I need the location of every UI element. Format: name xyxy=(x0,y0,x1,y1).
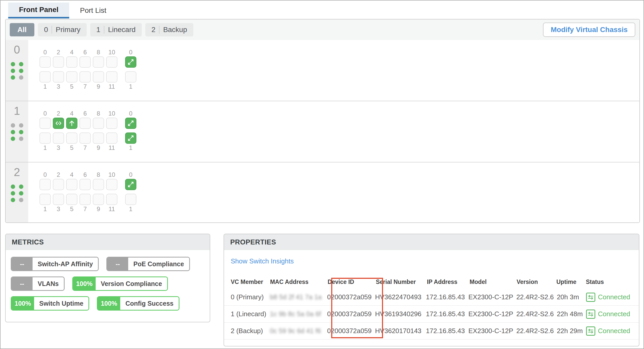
metrics-card: METRICS --Switch-AP Affinity--PoE Compli… xyxy=(5,234,210,322)
port-column: 45 xyxy=(66,171,77,223)
port-2-10[interactable] xyxy=(106,179,117,190)
port-1-1[interactable] xyxy=(39,132,51,144)
filter-2-backup[interactable]: 2Backup xyxy=(145,23,193,36)
port-1-11[interactable] xyxy=(106,132,117,144)
port-0-6[interactable] xyxy=(79,56,91,68)
port-2-11[interactable] xyxy=(106,194,117,205)
member-number: 1 xyxy=(14,105,20,117)
led-grid xyxy=(11,184,23,202)
uplink-port-0-0[interactable] xyxy=(125,56,136,68)
port-2-2[interactable] xyxy=(53,179,64,190)
port-number: 4 xyxy=(70,49,73,56)
uplink-column: 01 xyxy=(125,49,136,101)
uplink-icon xyxy=(127,181,135,188)
port-number: 1 xyxy=(43,83,47,90)
port-0-7[interactable] xyxy=(79,71,91,83)
port-number: 6 xyxy=(83,171,87,178)
port-1-10[interactable] xyxy=(106,118,117,129)
port-1-9[interactable] xyxy=(93,132,104,144)
port-0-10[interactable] xyxy=(106,56,117,68)
port-0-5[interactable] xyxy=(66,71,77,83)
port-2-4[interactable] xyxy=(66,179,77,190)
port-0-9[interactable] xyxy=(93,71,104,83)
port-1-6[interactable] xyxy=(79,118,91,129)
port-0-3[interactable] xyxy=(53,71,64,83)
port-number: 8 xyxy=(97,171,100,178)
port-0-1[interactable] xyxy=(39,71,51,83)
column-header-status: Status xyxy=(586,279,639,285)
port-0-2[interactable] xyxy=(53,56,64,68)
port-2-7[interactable] xyxy=(79,194,91,205)
uplink-port-1-0[interactable] xyxy=(125,118,136,129)
show-switch-insights-link[interactable]: Show Switch Insights xyxy=(231,257,294,265)
filter-divider xyxy=(104,26,104,34)
port-2-5[interactable] xyxy=(66,194,77,205)
filter-number: 0 xyxy=(44,26,48,34)
port-1-0[interactable] xyxy=(39,118,51,129)
status-led-green xyxy=(11,184,15,189)
port-number: 5 xyxy=(70,206,73,213)
filter-divider xyxy=(159,26,159,34)
port-column: 89 xyxy=(93,49,104,101)
port-number: 0 xyxy=(43,110,47,117)
port-1-7[interactable] xyxy=(79,132,91,144)
port-1-3[interactable] xyxy=(53,132,64,144)
cell-serial-number: HV3622470493 xyxy=(375,293,426,301)
port-number: 0 xyxy=(129,49,132,56)
modify-virtual-chassis-button[interactable]: Modify Virtual Chassis xyxy=(543,23,635,37)
uplink-port-0-1[interactable] xyxy=(125,71,136,83)
port-2-9[interactable] xyxy=(93,194,104,205)
metrics-body: --Switch-AP Affinity--PoE Compliance--VL… xyxy=(6,250,210,311)
port-2-1[interactable] xyxy=(39,194,51,205)
port-number: 3 xyxy=(57,144,60,151)
filter-all[interactable]: All xyxy=(10,23,34,36)
port-2-8[interactable] xyxy=(93,179,104,190)
port-0-11[interactable] xyxy=(106,71,117,83)
port-number: 1 xyxy=(43,144,47,151)
metric-switch-ap-affinity: --Switch-AP Affinity xyxy=(11,257,99,271)
port-1-4[interactable] xyxy=(66,118,77,129)
port-2-6[interactable] xyxy=(79,179,91,190)
port-1-2[interactable] xyxy=(53,118,64,129)
filter-1-linecard[interactable]: 1Linecard xyxy=(90,23,142,36)
port-1-8[interactable] xyxy=(93,118,104,129)
virtual-chassis-screen: Front PanelPort List All0Primary1Linecar… xyxy=(0,0,644,349)
port-number: 0 xyxy=(43,171,47,178)
cell-ip-address: 172.16.85.43 xyxy=(426,293,468,301)
port-number: 2 xyxy=(57,49,60,56)
column-header-device-id: Device ID xyxy=(328,279,376,285)
port-1-5[interactable] xyxy=(66,132,77,144)
filter-label: Linecard xyxy=(108,26,135,34)
status-led-green xyxy=(11,69,15,73)
port-2-3[interactable] xyxy=(53,194,64,205)
column-header-model: Model xyxy=(470,279,517,285)
cell-serial-number: HV3620170143 xyxy=(375,327,426,335)
uplink-port-2-1[interactable] xyxy=(125,194,136,205)
led-grid xyxy=(11,62,23,80)
uplink-port-1-1[interactable] xyxy=(125,132,136,144)
cell-ip-address: 172.16.85.43 xyxy=(426,310,468,318)
cell-status: Connected xyxy=(586,310,639,319)
port-0-0[interactable] xyxy=(39,56,51,68)
status-led-gray xyxy=(19,75,23,80)
tab-port-list[interactable]: Port List xyxy=(69,3,117,18)
cell-device-id: 02000372a059 xyxy=(327,293,375,301)
port-number: 4 xyxy=(70,171,73,178)
properties-card-header: PROPERTIES xyxy=(224,234,639,250)
cell-mac-address: 1c 9b 8c 5a 0a 6f xyxy=(270,310,327,318)
port-0-8[interactable] xyxy=(93,56,104,68)
cell-serial-number: HV3619340296 xyxy=(375,310,426,318)
cell-version: 22.4R2-S2.6 xyxy=(516,310,557,318)
port-column: 89 xyxy=(93,110,104,162)
port-0-4[interactable] xyxy=(66,56,77,68)
tab-front-panel[interactable]: Front Panel xyxy=(8,3,69,18)
port-2-0[interactable] xyxy=(39,179,51,190)
uplink-port-2-0[interactable] xyxy=(125,179,136,190)
redacted-mac: 1c 9b 8c 5a 0a 6f xyxy=(270,310,321,318)
filter-0-primary[interactable]: 0Primary xyxy=(38,23,87,36)
metric-label: Version Compliance xyxy=(96,277,167,290)
port-number: 11 xyxy=(109,144,115,151)
metric-value: -- xyxy=(12,277,33,290)
port-number: 1 xyxy=(129,144,132,151)
status-led-green xyxy=(11,137,15,141)
